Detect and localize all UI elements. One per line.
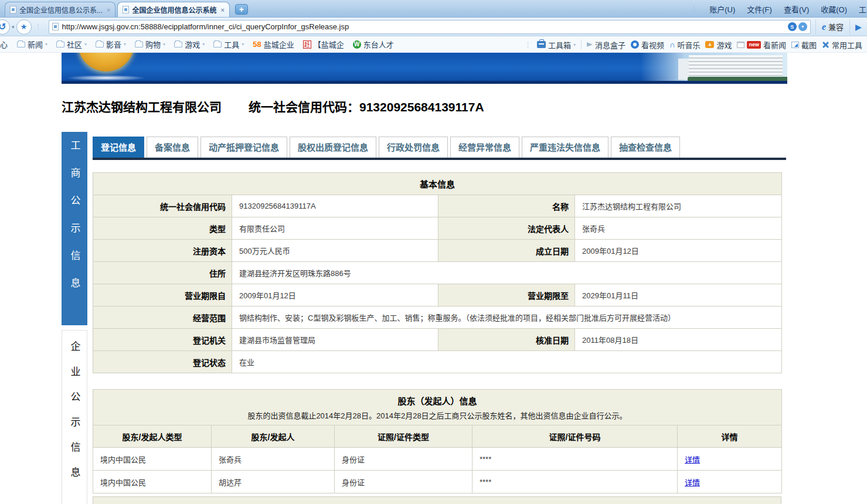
listen-music-button[interactable]: ∩听音乐: [669, 39, 700, 50]
menu-file[interactable]: 文件(F): [747, 4, 772, 15]
tool-label: 看新闻: [763, 39, 786, 50]
column-header: 证照/证件号码: [472, 425, 678, 448]
building-image: [641, 53, 787, 81]
tab-spot-check-info[interactable]: 抽查检查信息: [611, 137, 680, 158]
field-label: 经营范围: [93, 307, 232, 329]
film-icon: [631, 40, 639, 49]
favorites-button[interactable]: ★: [16, 19, 32, 35]
emblem-glow: [66, 75, 146, 81]
go-button[interactable]: ▶: [849, 19, 867, 35]
banner-bottom-strip: [62, 81, 787, 84]
cert-type: 身份证: [335, 471, 472, 493]
browser-tab-1[interactable]: 全国企业信用信息公示系... ×: [5, 2, 115, 17]
browser-tab-label: 全国企业信用信息公示系统: [132, 5, 216, 15]
tool-label: 看视频: [641, 39, 664, 50]
field-label: 法定代表人: [438, 217, 575, 240]
url-text[interactable]: http://www.jsgsj.gov.cn:58888/ecipplatfo…: [62, 22, 788, 31]
tab-abnormal-operation-info[interactable]: 经营异常信息: [450, 137, 519, 158]
bookmark-folder-media[interactable]: 影音▾: [96, 39, 126, 50]
field-value: 91320925684139117A: [232, 195, 438, 217]
back-arrow-icon: ↺: [0, 21, 6, 32]
news-button[interactable]: new看新闻: [737, 39, 786, 50]
bookmark-site-ganji[interactable]: 赶【盐城企: [303, 39, 344, 50]
common-tools-button[interactable]: 常用工具: [822, 39, 862, 50]
toolbox-button[interactable]: 工具箱▾: [537, 39, 576, 50]
shareholder-note: 股东的出资信息截止2014年2月28日。2014年2月28日之后工商只公示股东姓…: [93, 410, 781, 421]
paper-plane-icon: [587, 42, 593, 47]
sidebar-item-enterprise-publicity[interactable]: 企业公示信息: [62, 330, 87, 504]
tab-serious-violation-info[interactable]: 严重违法失信信息: [522, 137, 608, 158]
browser-tab-bar: 全国企业信用信息公示系... × 全国企业信用信息公示系统 × + ⋮ 账户(U…: [0, 0, 867, 18]
bookmark-site-58[interactable]: 58盐城企业: [253, 39, 294, 50]
folder-icon: [174, 42, 182, 47]
menu-view[interactable]: 查看(V): [784, 4, 809, 15]
bookmark-clipped[interactable]: 心: [0, 39, 8, 50]
folder-icon: [17, 42, 25, 47]
company-name: 江苏杰达钢结构工程有限公司: [62, 100, 222, 114]
bookmark-folder-news[interactable]: 新闻▾: [17, 39, 47, 50]
bookmark-folder-community[interactable]: 社区▾: [56, 39, 87, 50]
chevron-down-icon: ▾: [84, 42, 87, 47]
shareholder-header: 股东（发起人）信息 股东的出资信息截止2014年2月28日。2014年2月28日…: [93, 390, 782, 425]
shareholder-table: 股东（发起人）信息 股东的出资信息截止2014年2月28日。2014年2月28日…: [93, 389, 782, 493]
tab-filing-info[interactable]: 备案信息: [147, 137, 198, 158]
field-label: 统一社会信用代码: [93, 195, 232, 217]
field-label: 营业期限自: [93, 284, 232, 307]
tab-administrative-penalty-info[interactable]: 行政处罚信息: [379, 137, 448, 158]
tool-label: 常用工具: [832, 39, 862, 50]
tab-chattel-mortgage-info[interactable]: 动产抵押登记信息: [200, 137, 287, 158]
address-input[interactable]: http://www.jsgsj.gov.cn:58888/ecipplatfo…: [49, 20, 811, 34]
message-box-button[interactable]: 消息盒子: [587, 39, 625, 50]
separator-dots-icon: ⋮: [35, 23, 42, 30]
sidebar-item-business-publicity[interactable]: 工商公示信息: [62, 132, 87, 325]
tab-registration-info[interactable]: 登记信息: [93, 137, 144, 158]
chevron-down-icon[interactable]: ▾: [12, 24, 15, 30]
screenshot-button[interactable]: 截图: [791, 39, 817, 50]
menu-favorites[interactable]: 收藏(O): [821, 4, 847, 15]
shield-icon[interactable]: S: [788, 22, 797, 31]
page-icon: [123, 6, 129, 13]
chevron-down-icon: ▾: [163, 42, 165, 47]
bookmark-folder-games[interactable]: 游戏▾: [174, 39, 205, 50]
detail-link[interactable]: 详情: [685, 455, 700, 464]
tab-equity-pledge-info[interactable]: 股权出质登记信息: [290, 137, 376, 158]
close-icon[interactable]: ×: [220, 6, 224, 13]
compat-mode-button[interactable]: e 兼容: [815, 19, 849, 35]
new-tab-button[interactable]: +: [235, 4, 248, 15]
back-button[interactable]: ↺: [0, 19, 10, 35]
separator-dots-icon: ⋮: [525, 41, 532, 49]
page-icon: [10, 6, 16, 13]
field-value: 建湖县市场监督管理局: [232, 329, 438, 351]
field-label: 营业期限至: [438, 284, 575, 307]
menu-tools-clipped[interactable]: 工: [859, 4, 867, 15]
field-value: 2009年01月12日: [575, 240, 782, 262]
field-label: 核准日期: [438, 329, 575, 351]
column-header: 证照/证件类型: [335, 425, 472, 448]
toolbox-icon: [537, 41, 546, 48]
tool-label: 消息盒子: [595, 39, 625, 50]
bookmark-label: 游戏: [185, 39, 200, 50]
watch-video-button[interactable]: 看视频: [631, 39, 664, 50]
star-icon: ★: [21, 22, 28, 31]
screenshot-icon: [791, 42, 799, 48]
field-label: 登记机关: [93, 329, 232, 351]
chevron-down-icon: ▾: [202, 42, 205, 47]
bookmark-folder-tools[interactable]: 工具▾: [213, 39, 244, 50]
games-button[interactable]: 游戏: [705, 39, 732, 50]
tool-label: 听音乐: [677, 39, 700, 50]
folder-icon: [96, 42, 104, 47]
bookmark-folder-shopping[interactable]: 购物▾: [135, 39, 165, 50]
detail-link[interactable]: 详情: [685, 478, 700, 487]
tools-x-icon: [822, 41, 829, 49]
security-dropdown-icon[interactable]: ▾: [798, 22, 807, 31]
bookmark-site-dongtai[interactable]: W东台人才: [353, 39, 394, 50]
table-row: 境内中国公民 张奇兵 身份证 **** 详情: [93, 448, 782, 471]
browser-tab-2[interactable]: 全国企业信用信息公示系统 ×: [117, 2, 229, 17]
shareholder-title: 股东（发起人）信息: [93, 394, 781, 407]
cert-number: ****: [472, 448, 678, 471]
plus-icon: +: [239, 5, 244, 14]
close-icon[interactable]: ×: [107, 6, 110, 13]
menu-account[interactable]: 账户(U): [709, 4, 735, 15]
shareholder-type: 境内中国公民: [93, 448, 212, 471]
folder-icon: [135, 42, 143, 47]
